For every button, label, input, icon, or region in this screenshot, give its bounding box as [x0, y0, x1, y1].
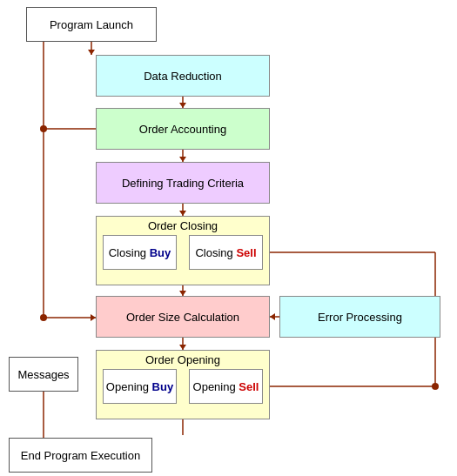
opening-sell-label: Opening Sell	[193, 380, 259, 393]
order-calc-label: Order Size Calculation	[126, 311, 239, 324]
program-launch-label: Program Launch	[50, 18, 133, 31]
data-reduction-box: Data Reduction	[96, 55, 270, 97]
closing-sell-keyword: Sell	[236, 246, 256, 259]
error-processing-box: Error Processing	[279, 296, 440, 338]
closing-buy-box: Closing Buy	[103, 235, 177, 270]
end-program-label: End Program Execution	[21, 449, 140, 462]
error-processing-label: Error Processing	[318, 311, 402, 324]
closing-buy-label: Closing Buy	[109, 246, 171, 259]
opening-buy-label: Opening Buy	[106, 380, 173, 393]
order-accounting-box: Order Accounting	[96, 108, 270, 150]
messages-label: Messages	[17, 368, 69, 381]
opening-sell-box: Opening Sell	[189, 369, 263, 404]
closing-sell-label: Closing Sell	[195, 246, 256, 259]
svg-point-14	[40, 125, 47, 132]
order-calc-box: Order Size Calculation	[96, 296, 270, 338]
closing-sell-box: Closing Sell	[189, 235, 263, 270]
flowchart: Program Launch Data Reduction Order Acco…	[0, 0, 457, 476]
program-launch-box: Program Launch	[26, 7, 157, 42]
closing-buy-keyword: Buy	[150, 246, 171, 259]
opening-sell-keyword: Sell	[239, 380, 259, 393]
end-program-box: End Program Execution	[9, 438, 152, 473]
svg-point-24	[432, 383, 439, 390]
svg-marker-28	[270, 313, 275, 320]
opening-buy-keyword: Buy	[152, 380, 174, 393]
opening-buy-box: Opening Buy	[103, 369, 177, 404]
order-accounting-label: Order Accounting	[139, 123, 226, 136]
svg-marker-1	[88, 50, 95, 55]
messages-box: Messages	[9, 357, 78, 392]
svg-point-15	[40, 314, 47, 321]
defining-trading-label: Defining Trading Criteria	[122, 177, 244, 190]
defining-trading-box: Defining Trading Criteria	[96, 162, 270, 204]
data-reduction-label: Data Reduction	[144, 70, 222, 83]
